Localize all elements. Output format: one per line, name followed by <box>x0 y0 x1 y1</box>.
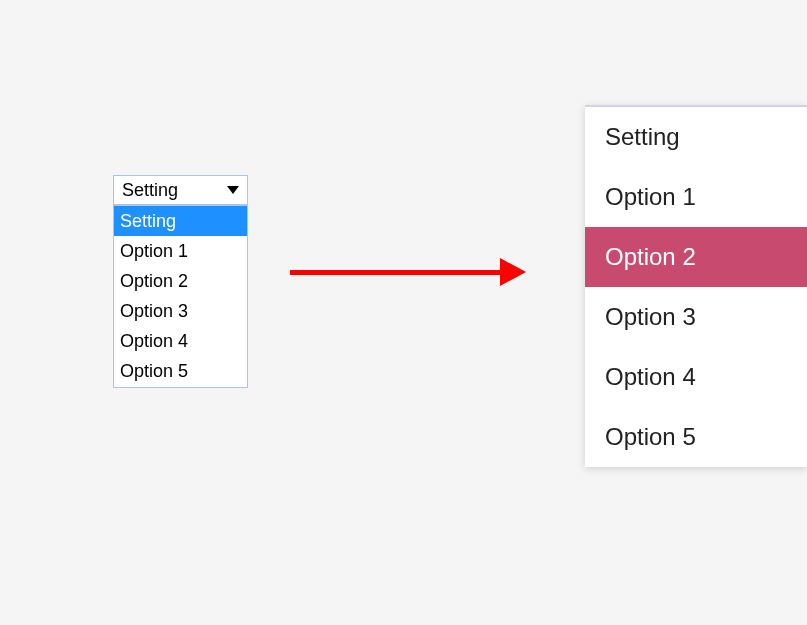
native-select[interactable]: Setting Setting Option 1 Option 2 Option… <box>113 175 248 388</box>
styled-option-4[interactable]: Option 4 <box>585 347 807 407</box>
chevron-down-icon <box>227 186 239 194</box>
native-select-value: Setting <box>122 180 178 201</box>
styled-option-3[interactable]: Option 3 <box>585 287 807 347</box>
native-option-setting[interactable]: Setting <box>114 206 247 236</box>
arrow-shaft <box>290 270 500 275</box>
styled-option-1[interactable]: Option 1 <box>585 167 807 227</box>
native-select-listbox[interactable]: Setting Option 1 Option 2 Option 3 Optio… <box>113 205 248 388</box>
native-option-2[interactable]: Option 2 <box>114 266 247 296</box>
styled-select-listbox[interactable]: Setting Option 1 Option 2 Option 3 Optio… <box>585 105 807 467</box>
styled-option-setting[interactable]: Setting <box>585 107 807 167</box>
native-select-button[interactable]: Setting <box>113 175 248 205</box>
native-option-5[interactable]: Option 5 <box>114 356 247 386</box>
native-option-1[interactable]: Option 1 <box>114 236 247 266</box>
styled-option-5[interactable]: Option 5 <box>585 407 807 467</box>
native-option-3[interactable]: Option 3 <box>114 296 247 326</box>
native-option-4[interactable]: Option 4 <box>114 326 247 356</box>
styled-option-2[interactable]: Option 2 <box>585 227 807 287</box>
arrow-head <box>500 258 526 286</box>
arrow-icon <box>290 258 526 286</box>
